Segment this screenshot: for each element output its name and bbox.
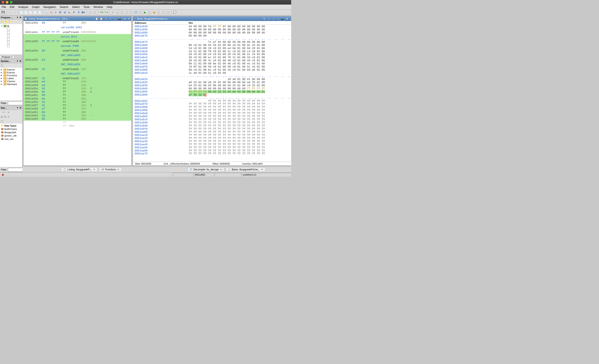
hicon[interactable]: ▼ xyxy=(285,17,289,20)
cf-icon[interactable]: Cf xyxy=(134,11,138,14)
down-arrow-icon[interactable]: ↓ xyxy=(45,11,48,14)
listing-row[interactable]: serialNO.3481 xyxy=(24,26,131,29)
redo-icon[interactable]: ↷▾ xyxy=(104,11,108,14)
bytes-row[interactable]: 0001a8a0c0 11 01 00 f0 19 01 00 1c c0 01… xyxy=(135,50,291,53)
menu-edit[interactable]: Edit xyxy=(10,5,14,8)
wrench-icon[interactable]: 🔧 xyxy=(276,17,280,20)
listing-row[interactable]: 0001a95732undefined132h xyxy=(24,77,131,80)
listing-row[interactable]: 0001a955b3undefined1B3h xyxy=(24,58,131,62)
bytes-row[interactable]: . . . . . . . . . . . . . . . . . . . . … xyxy=(135,75,291,78)
bytes-row[interactable]: 0001aa70?? ?? ?? ?? ?? ?? ?? ?? ?? ?? ??… xyxy=(135,152,291,155)
bytes-row[interactable]: 0001a8e060 11 01 00 60 0e 01 00 48 c0 01… xyxy=(135,62,291,66)
listing-row[interactable]: 0001a9618b??8Bh xyxy=(24,111,131,114)
hicon[interactable]: ⬚ xyxy=(109,17,112,20)
menu-navigation[interactable]: Navigation xyxy=(43,5,56,8)
bytes-row[interactable]: 0001aa10?? ?? ?? ?? ?? ?? ?? ?? ?? ?? ??… xyxy=(135,134,291,137)
bytes-row[interactable]: 0001a94000 00 00 00 00 00 00 00 00 00 00… xyxy=(135,87,291,90)
tab-decompile[interactable]: CfDecompile: fw_decrypt✕ xyxy=(187,167,224,172)
bytes-row[interactable]: 0001a874 7c a7 01 00 00 00 00 00 00 00 0… xyxy=(135,41,291,44)
data-types-item[interactable]: 📦libupgradeF xyxy=(0,131,22,134)
bytes-body[interactable]: 0001a84044 09 00 00 fa ff ff 6f 09 00 00… xyxy=(133,25,291,162)
hicon[interactable]: ⬚ xyxy=(267,17,270,20)
close-icon[interactable]: ✕ xyxy=(290,17,291,20)
tree-leaf[interactable] xyxy=(7,41,22,44)
listing-row[interactable]: 0001a94b00??00h xyxy=(24,21,131,25)
menu-analysis[interactable]: Analysis xyxy=(18,5,28,8)
letter-f-icon[interactable]: F xyxy=(72,11,76,14)
listing-row[interactable]: 0001a959e4??E4h xyxy=(24,84,131,87)
dt-icon[interactable]: ✂ xyxy=(8,115,9,118)
listing-row[interactable]: DAT_0001a956 xyxy=(24,63,131,66)
camera-icon[interactable]: 📷 xyxy=(118,17,121,20)
bytes-row[interactable]: 0001aa60?? ?? ?? ?? ?? ?? ?? ?? ?? ?? ??… xyxy=(135,149,291,152)
diamond-icon[interactable]: ◆ xyxy=(152,11,156,14)
close-icon[interactable]: ✕ xyxy=(127,17,130,20)
bytes-row[interactable]: 0001aa20?? ?? ?? ?? ?? ?? ?? ?? ?? ?? ??… xyxy=(135,137,291,140)
listing-row[interactable]: 0001a95b6b??6Bhk xyxy=(24,90,131,94)
dt-icon[interactable]: ⬚ xyxy=(1,120,3,123)
tab-functions[interactable]: 🏷Functions✕ xyxy=(99,167,122,172)
symbol-tree-item[interactable]: ▶Namespa xyxy=(0,83,22,86)
dt-icon[interactable]: 📎 xyxy=(4,115,7,118)
copy-icon[interactable]: 📋 xyxy=(95,17,98,20)
panel-menu-icon[interactable]: ▼ xyxy=(17,16,18,18)
bytes-row[interactable]: . . . . . . . . . . . . . . . . . . . . … xyxy=(135,97,291,100)
bytes-row[interactable]: 0001a970?? ?? ?? ?? ?? ?? ?? ?? ?? ?? ??… xyxy=(135,103,291,106)
comment-icon[interactable]: 💬 xyxy=(173,11,176,14)
close-icon[interactable]: ✕ xyxy=(261,168,263,171)
symbol-tree-item[interactable]: ▶Labels xyxy=(0,77,22,80)
bytes-row[interactable]: 0001aa00?? ?? ?? ?? ?? ?? ?? ?? ?? ?? ??… xyxy=(135,131,291,134)
close-icon[interactable]: ✕ xyxy=(220,168,222,171)
listing-row[interactable]: 0001a95a43??43hC xyxy=(24,87,131,90)
close-icon[interactable]: ✕ xyxy=(117,168,119,171)
tool-icon[interactable]: 📄 xyxy=(19,11,23,14)
data-types-item[interactable]: 📦BuiltInTypes xyxy=(0,127,22,131)
dt-icon[interactable]: ◇ xyxy=(1,115,3,118)
tool-icon[interactable]: 📄 xyxy=(29,11,32,14)
listing-row[interactable]: 0001a95c90??90h xyxy=(24,94,131,97)
forward-icon[interactable]: → xyxy=(13,11,17,14)
bytes-row[interactable]: 0001a964 ?? ?? ?? ?? ?? ?? ?? ?? ?? ?? ?… xyxy=(135,100,291,103)
bytes-row[interactable]: 0001a9d0?? ?? ?? ?? ?? ?? ?? ?? ?? ?? ??… xyxy=(135,121,291,125)
bytes-row[interactable]: 0001a8d038 c0 01 00 3c c0 01 00 40 c0 01… xyxy=(135,59,291,62)
bytes-row[interactable]: 0001a9101c a9 01 00 5c c0 01 00 xyxy=(135,72,291,75)
tree-leaf[interactable] xyxy=(7,34,22,37)
tab-bytes[interactable]: ⬚Bytes: libupgradeFirmw...✕ xyxy=(226,167,265,172)
bytes-row[interactable]: 0001a930b4 25 01 00 03 00 00 00 b9 25 01… xyxy=(135,84,291,87)
play-icon[interactable]: ▶ xyxy=(143,11,147,14)
undo-icon[interactable]: ↶▾ xyxy=(100,11,103,14)
close-icon[interactable]: ✕ xyxy=(19,60,21,63)
listing-row[interactable]: 0001a95495undefined195h xyxy=(24,49,131,52)
tree-icon[interactable]: 📁 xyxy=(5,20,8,23)
panel-menu-icon[interactable]: ▼ xyxy=(17,60,18,62)
tree-root[interactable]: ▼ lib xyxy=(0,25,22,27)
listing-row[interactable]: extid.3512 xyxy=(24,35,131,39)
bytes-row[interactable]: 0001a90060 c0 01 00 0c c0 01 00 10 c0 01… xyxy=(135,68,291,72)
listing-row[interactable]: 0001a95e1b??1Bh xyxy=(24,101,131,104)
tree-icon[interactable]: 📁 xyxy=(1,20,4,23)
letter-d-icon[interactable]: D xyxy=(58,11,62,14)
close-icon[interactable]: ✕ xyxy=(19,106,21,109)
listing-row[interactable]: // xyxy=(24,121,131,124)
tool-icon[interactable]: ⬚ xyxy=(129,11,133,14)
bytes-row[interactable]: 0001a9b0?? ?? ?? ?? ?? ?? ?? ?? ?? ?? ??… xyxy=(135,115,291,118)
bytes-row[interactable]: 0001aa30?? ?? ?? ?? ?? ?? ?? ?? ?? ?? ??… xyxy=(135,140,291,143)
hicon[interactable]: ⬚ xyxy=(113,17,117,20)
tool-icon[interactable]: ⬚ xyxy=(157,11,160,14)
menu-tools[interactable]: Tools xyxy=(83,5,90,8)
tool-icon[interactable]: ⬚ xyxy=(125,11,129,14)
menu-select[interactable]: Select xyxy=(72,5,80,8)
listing-row[interactable]: →0001a96305??05h xyxy=(24,117,131,121)
bytes-row[interactable]: 0001a980?? ?? ?? ?? ?? ?? ?? ?? ?? ?? ??… xyxy=(135,106,291,109)
tool-icon[interactable]: ⬚ xyxy=(93,11,97,14)
listing-row[interactable]: 0001a95615undefined115h xyxy=(24,68,131,71)
tree-icon[interactable]: 📁 xyxy=(8,20,11,23)
letter-v-icon[interactable]: V xyxy=(77,11,80,14)
menu-window[interactable]: Window xyxy=(93,5,103,8)
symbol-tree-item[interactable]: ▶Exports xyxy=(0,71,22,74)
listing-row[interactable]: 0001a95dbe??BEh xyxy=(24,97,131,101)
listing-body[interactable]: 0001a94b00??00hserialNO.34810001a94cff f… xyxy=(24,21,131,165)
maximize-window-button[interactable] xyxy=(10,1,12,4)
bytes-row[interactable]: 0001a920a6 25 01 00 a6 25 01 00 00 00 00… xyxy=(135,81,291,84)
nav-fwd-icon[interactable]: →▾ xyxy=(5,111,9,114)
